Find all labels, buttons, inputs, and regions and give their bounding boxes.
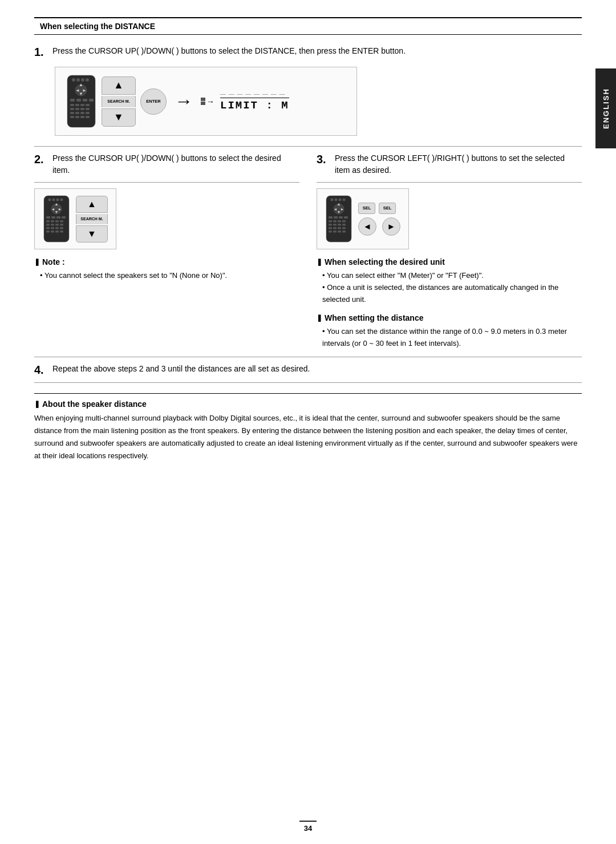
note-block: Note : You cannot select the speakers se… [34,257,299,282]
step3-remote-icon: ▲ ▼ ◄ ► [325,195,352,243]
svg-point-4 [86,78,89,82]
svg-rect-18 [70,108,74,110]
svg-rect-20 [80,108,84,110]
sel-button-right[interactable]: SEL [379,203,396,214]
display-screen: → — — — — — — — — LIMIT : M [201,91,289,112]
step1-row: 1. Press the CURSOR UP( )/DOWN( ) button… [34,45,582,59]
cursor-right-button[interactable]: ► [382,217,400,236]
svg-rect-14 [70,104,74,106]
svg-point-33 [56,199,59,201]
svg-point-3 [81,78,84,82]
svg-text:►: ► [58,207,62,211]
svg-text:▲: ▲ [79,82,83,87]
when-setting-distance-block: When setting the distance You can set th… [317,313,582,350]
svg-rect-70 [329,216,333,219]
svg-rect-56 [46,231,50,233]
unit-bullet2: Once a unit is selected, the distances a… [322,282,582,306]
sel-button-left[interactable]: SEL [358,203,375,214]
svg-point-64 [343,199,346,201]
svg-rect-71 [334,216,338,219]
svg-point-34 [60,199,63,201]
svg-rect-44 [46,220,50,223]
svg-rect-53 [51,227,54,229]
svg-rect-76 [338,220,341,223]
page-container: ENGLISH When selecting the DISTANCE 1. P… [0,0,616,844]
svg-rect-40 [46,216,50,219]
svg-rect-86 [329,231,332,233]
cursor-up-button2[interactable]: ▲ [76,196,108,213]
svg-rect-17 [86,104,90,106]
language-tab: ENGLISH [595,68,616,148]
page-number: 34 [299,821,317,833]
search-m-label: SEARCH M. [102,96,136,107]
svg-rect-26 [70,116,74,118]
svg-rect-85 [342,227,346,229]
svg-text:▲: ▲ [337,202,341,206]
svg-rect-83 [333,227,337,229]
svg-rect-29 [86,116,90,118]
step4-row: 4. Repeat the above steps 2 and 3 until … [34,363,582,377]
step2-row: 2. Press the CURSOR UP( )/DOWN( ) button… [34,152,299,176]
cursor-left-button[interactable]: ◄ [358,217,376,236]
svg-point-62 [335,199,338,201]
svg-rect-15 [75,104,79,106]
svg-rect-12 [83,99,87,102]
step3-row: 3. Press the CURSOR LEFT( )/RIGHT( ) but… [317,152,582,176]
about-speaker-distance-text: When enjoying multi-channel surround pla… [34,412,582,462]
step2-number: 2. [34,152,49,166]
svg-rect-49 [51,224,54,226]
when-selecting-unit-heading: When selecting the desired unit [317,257,582,266]
svg-text:▲: ▲ [55,202,59,206]
cursor-down-button[interactable]: ▼ [102,108,136,127]
about-speaker-distance-heading: About the speaker distance [34,399,582,409]
svg-rect-82 [329,227,332,229]
svg-rect-21 [86,108,90,110]
step3-diagram: ▲ ▼ ◄ ► [317,188,409,249]
svg-rect-27 [75,116,79,118]
svg-rect-24 [80,112,84,114]
step3-text: Press the CURSOR LEFT( )/RIGHT( ) button… [335,152,582,176]
step3-divider [317,182,582,183]
step3-col: 3. Press the CURSOR LEFT( )/RIGHT( ) but… [317,152,582,350]
step4-number: 4. [34,363,49,377]
svg-rect-13 [89,99,94,102]
enter-button[interactable]: ENTER [140,88,167,115]
svg-rect-46 [55,220,59,223]
svg-point-1 [72,78,75,82]
cursor-down-button2[interactable]: ▼ [76,225,108,243]
svg-rect-75 [333,220,337,223]
svg-point-61 [331,199,334,201]
svg-point-63 [339,199,342,201]
svg-rect-77 [342,220,346,223]
svg-rect-72 [339,216,343,219]
svg-rect-58 [55,231,59,233]
svg-rect-89 [342,231,346,233]
svg-rect-42 [56,216,60,219]
svg-rect-16 [80,104,84,106]
divider2 [34,357,582,357]
step1-number: 1. [34,45,49,59]
svg-rect-19 [75,108,79,110]
svg-rect-41 [51,216,55,219]
svg-rect-50 [55,224,59,226]
svg-text:◄: ◄ [334,207,338,211]
step2-remote-icon: ▲ ▼ ◄ ► [43,195,70,243]
step3-number: 3. [317,152,331,166]
svg-point-31 [48,199,51,201]
svg-rect-79 [333,224,337,226]
cursor-up-button[interactable]: ▲ [102,76,136,95]
svg-text:◄: ◄ [75,88,80,93]
distance-bullet1: You can set the distance within the rang… [322,326,582,350]
step2-diagram: ▲ ▼ ◄ ► [34,188,116,249]
svg-rect-52 [46,227,50,229]
svg-rect-25 [86,112,90,114]
svg-rect-10 [70,99,75,102]
steps-2-3-container: 2. Press the CURSOR UP( )/DOWN( ) button… [34,152,582,350]
svg-rect-88 [338,231,341,233]
svg-rect-80 [338,224,341,226]
section-heading: When selecting the DISTANCE [34,17,582,35]
svg-rect-73 [344,216,348,219]
svg-point-32 [52,199,55,201]
svg-rect-22 [70,112,74,114]
svg-rect-23 [75,112,79,114]
